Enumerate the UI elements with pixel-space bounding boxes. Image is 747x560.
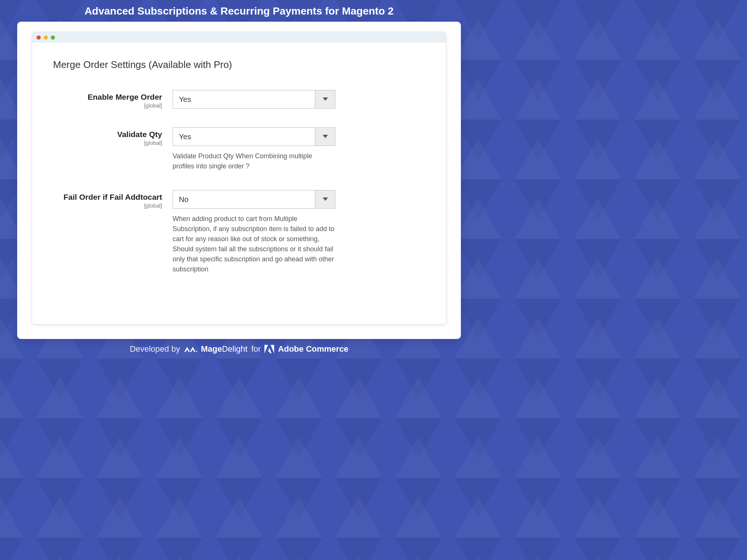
footer-brand-adobe: Adobe Commerce: [278, 344, 348, 354]
chevron-down-icon: [315, 90, 335, 108]
field-label: Validate Qty: [53, 130, 162, 139]
svg-marker-2: [323, 197, 328, 201]
label-col: Enable Merge Order [global]: [53, 90, 173, 109]
browser-window: Merge Order Settings (Available with Pro…: [32, 32, 446, 324]
helper-text: When adding product to cart from Multipl…: [173, 214, 335, 274]
page-root: Advanced Subscriptions & Recurring Payme…: [0, 0, 478, 358]
helper-text: Validate Product Qty When Combining mult…: [173, 151, 335, 171]
field-label: Fail Order if Fail Addtocart: [53, 192, 162, 202]
select-value: Yes: [173, 128, 315, 146]
footer-brand-magedelight: MageDelight: [201, 344, 248, 354]
svg-marker-7: [271, 345, 275, 354]
select-value: Yes: [173, 90, 315, 108]
label-col: Validate Qty [global]: [53, 127, 173, 146]
field-scope: [global]: [53, 102, 162, 109]
field-scope: [global]: [53, 140, 162, 146]
field-row-fail-order: Fail Order if Fail Addtocart [global] No…: [53, 190, 425, 274]
validate-qty-select[interactable]: Yes: [173, 127, 335, 146]
label-col: Fail Order if Fail Addtocart [global]: [53, 190, 173, 209]
window-minimize-icon[interactable]: [44, 35, 48, 40]
footer: Developed by MageDelight for Adobe Comme…: [0, 339, 478, 358]
svg-marker-3: [184, 347, 190, 352]
field-label: Enable Merge Order: [53, 92, 162, 102]
field-col: Yes Validate Product Qty When Combining …: [173, 127, 335, 171]
svg-point-5: [196, 351, 197, 352]
chevron-down-icon: [315, 128, 335, 146]
select-value: No: [173, 190, 315, 208]
field-scope: [global]: [53, 202, 162, 209]
field-col: No When adding product to cart from Mult…: [173, 190, 335, 274]
section-heading: Merge Order Settings (Available with Pro…: [53, 59, 425, 71]
browser-titlebar: [32, 32, 446, 43]
svg-marker-0: [323, 97, 328, 101]
chevron-down-icon: [315, 190, 335, 208]
adobe-logo-icon: [264, 345, 274, 354]
field-col: Yes: [173, 90, 335, 109]
svg-marker-1: [323, 135, 328, 138]
fail-order-select[interactable]: No: [173, 190, 335, 209]
field-row-enable-merge-order: Enable Merge Order [global] Yes: [53, 90, 425, 109]
magedelight-logo-icon: [184, 345, 197, 354]
field-row-validate-qty: Validate Qty [global] Yes Validate Produ…: [53, 127, 425, 171]
footer-for: for: [251, 344, 261, 354]
settings-panel: Merge Order Settings (Available with Pro…: [32, 43, 446, 324]
window-maximize-icon[interactable]: [51, 35, 55, 40]
page-title: Advanced Subscriptions & Recurring Payme…: [0, 0, 478, 22]
enable-merge-order-select[interactable]: Yes: [173, 90, 335, 109]
content-card: Merge Order Settings (Available with Pro…: [17, 22, 461, 339]
window-close-icon[interactable]: [37, 35, 41, 40]
svg-marker-8: [268, 348, 272, 354]
footer-developed-by: Developed by: [130, 344, 180, 354]
svg-marker-4: [190, 347, 195, 352]
svg-marker-6: [264, 345, 268, 354]
